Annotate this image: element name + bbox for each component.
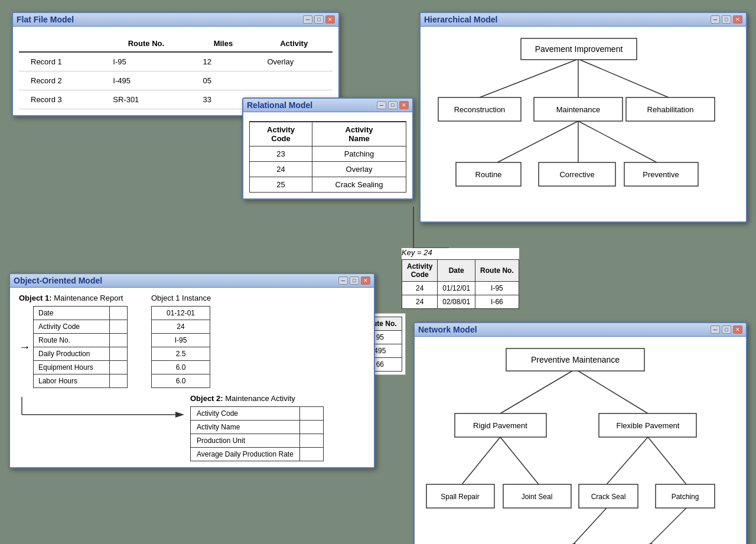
instance-val: 24 xyxy=(152,320,210,334)
table-row: Activity Code xyxy=(34,320,128,334)
key-col-date: Date xyxy=(438,260,475,282)
route-no: SR-301 xyxy=(101,90,191,109)
oo-obj2-section: Object 2: Maintenance Activity Activity … xyxy=(19,394,365,461)
oo-obj2-name: Maintenance Activity xyxy=(225,394,295,403)
svg-text:Reconstruction: Reconstruction xyxy=(454,105,506,114)
instance-val: 6.0 xyxy=(152,361,210,374)
oo-titlebar: Object-Oriented Model ─ □ ✕ xyxy=(10,274,374,288)
route-no: I-495 xyxy=(101,71,191,90)
svg-text:Spall Repair: Spall Repair xyxy=(441,493,479,501)
instance-val: 01-12-01 xyxy=(152,307,210,320)
table-row: Labor Hours xyxy=(34,374,128,388)
minimize-btn[interactable]: ─ xyxy=(303,15,312,24)
field-value xyxy=(110,334,128,347)
svg-text:Corrective: Corrective xyxy=(559,170,594,179)
hierarchical-window: Hierarchical Model ─ □ ✕ Pavement Improv… xyxy=(419,12,747,223)
table-row: 6.0 xyxy=(152,374,210,388)
col-miles: Miles xyxy=(191,35,256,52)
oo-obj2-header: Object 2: Maintenance Activity xyxy=(190,394,324,403)
minimize-btn[interactable]: ─ xyxy=(377,101,386,109)
svg-line-25 xyxy=(462,437,500,484)
key-col-code: ActivityCode xyxy=(402,260,438,282)
svg-text:Crack Seal: Crack Seal xyxy=(591,493,626,501)
close-btn[interactable]: ✕ xyxy=(399,101,409,109)
table-row: 24 xyxy=(152,320,210,334)
activity-name: Overlay xyxy=(312,162,406,177)
key-box: Key = 24 ActivityCode Date Route No. 24 … xyxy=(402,248,519,309)
miles: 12 xyxy=(191,52,256,71)
obj2-field: Production Unit xyxy=(191,434,300,448)
svg-text:Maintenance: Maintenance xyxy=(556,105,600,114)
field-value xyxy=(110,347,128,361)
svg-line-30 xyxy=(651,508,686,543)
network-titlebar: Network Model ─ □ ✕ xyxy=(415,323,746,337)
svg-line-3 xyxy=(497,121,578,162)
object-oriented-window: Object-Oriented Model ─ □ ✕ Object 1: Ma… xyxy=(9,273,375,468)
relational-title: Relational Model xyxy=(247,100,312,110)
date: 01/12/01 xyxy=(438,282,475,295)
flat-file-controls: ─ □ ✕ xyxy=(303,15,335,24)
table-row: 24 Overlay xyxy=(250,162,406,177)
minimize-btn[interactable]: ─ xyxy=(338,276,348,285)
act-code: 24 xyxy=(402,282,438,295)
record-label: Record 3 xyxy=(19,90,101,109)
hierarchical-content: Pavement Improvement Reconstruction Main… xyxy=(421,27,746,221)
oo-controls: ─ □ ✕ xyxy=(338,276,370,285)
key-table: ActivityCode Date Route No. 24 01/12/01 … xyxy=(402,259,519,309)
table-row: Production Unit xyxy=(191,434,324,448)
field-value xyxy=(110,320,128,334)
hierarchical-titlebar: Hierarchical Model ─ □ ✕ xyxy=(421,13,746,27)
act-code: 24 xyxy=(402,295,438,309)
maximize-btn[interactable]: □ xyxy=(350,276,359,285)
close-btn[interactable]: ✕ xyxy=(325,15,335,24)
field-value xyxy=(110,374,128,388)
obj2-val xyxy=(299,448,323,461)
col-activity: Activity xyxy=(255,35,333,52)
key-col-route: Route No. xyxy=(475,260,519,282)
activity-name: Crack Sealing xyxy=(312,177,406,193)
relational-titlebar: Relational Model ─ □ ✕ xyxy=(243,99,412,112)
flat-file-title: Flat File Model xyxy=(17,15,74,24)
table-row: 25 Crack Sealing xyxy=(250,177,406,193)
oo-instance-header: Object 1 Instance xyxy=(151,294,211,302)
svg-marker-22 xyxy=(175,412,184,418)
svg-line-29 xyxy=(574,508,607,543)
field-name: Equipment Hours xyxy=(34,361,110,374)
oo-title: Object-Oriented Model xyxy=(14,276,102,285)
svg-line-26 xyxy=(500,437,539,484)
maximize-btn[interactable]: □ xyxy=(388,101,397,109)
maximize-btn[interactable]: □ xyxy=(314,15,324,24)
maximize-btn[interactable]: □ xyxy=(722,325,731,334)
field-value xyxy=(110,361,128,374)
table-row: Record 1 I-95 12 Overlay xyxy=(19,52,333,71)
table-row: 24 01/12/01 I-95 xyxy=(402,282,519,295)
svg-line-0 xyxy=(480,59,578,97)
date: 02/08/01 xyxy=(438,295,475,309)
table-row: 24 02/08/01 I-66 xyxy=(402,295,519,309)
field-value xyxy=(110,307,128,320)
route: I-95 xyxy=(475,282,519,295)
activity-code: 24 xyxy=(250,162,312,177)
maximize-btn[interactable]: □ xyxy=(722,15,731,24)
svg-line-23 xyxy=(500,369,575,413)
oo-instance-table: 01-12-01 24 I-95 2.5 6.0 6.0 xyxy=(151,306,210,388)
svg-text:Rehabilitation: Rehabilitation xyxy=(647,105,694,114)
route: I-66 xyxy=(475,295,519,309)
record-label: Record 1 xyxy=(19,52,101,71)
svg-text:Rigid Pavement: Rigid Pavement xyxy=(473,421,527,430)
arrow-icon: → xyxy=(19,340,31,354)
oo-obj1-label: Object 1: xyxy=(19,294,52,302)
close-btn[interactable]: ✕ xyxy=(733,325,742,334)
oo-content: Object 1: Maintenance Report → Date Acti… xyxy=(10,288,374,467)
minimize-btn[interactable]: ─ xyxy=(711,325,720,334)
table-row: Record 2 I-495 05 xyxy=(19,71,333,90)
hierarchical-title: Hierarchical Model xyxy=(424,15,498,24)
close-btn[interactable]: ✕ xyxy=(361,276,370,285)
close-btn[interactable]: ✕ xyxy=(733,15,742,24)
field-name: Activity Code xyxy=(34,320,110,334)
net-controls: ─ □ ✕ xyxy=(711,325,742,334)
oo-connector-svg xyxy=(19,394,184,418)
minimize-btn[interactable]: ─ xyxy=(711,15,720,24)
svg-line-5 xyxy=(578,121,657,162)
table-row: Activity Name xyxy=(191,421,324,434)
